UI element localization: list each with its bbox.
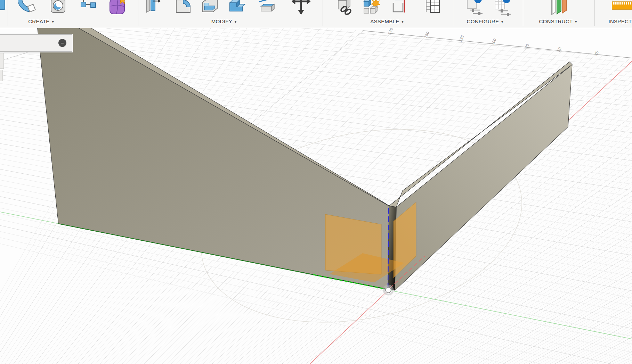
toolbar-divider	[594, 0, 595, 26]
sweep-icon[interactable]	[18, 0, 37, 16]
origin-point[interactable]	[384, 286, 393, 295]
x-axis-line-near[interactable]	[310, 290, 388, 364]
toolbar-group-inspect[interactable]: INSPECT	[608, 18, 632, 24]
parameters-icon[interactable]	[423, 0, 441, 16]
grid-ruler-label: 100	[491, 38, 497, 46]
offset-face-icon[interactable]	[258, 0, 276, 16]
grid-line	[516, 21, 632, 364]
edge-partial-icon[interactable]	[0, 0, 10, 16]
section-icon[interactable]	[390, 0, 409, 16]
toolbar-group-modify[interactable]: MODIFY▼	[211, 18, 237, 24]
combine-icon[interactable]	[227, 0, 246, 16]
grid-line	[593, 21, 632, 364]
viewport-3d[interactable]: 175150125100755025	[0, 0, 632, 364]
browser-panel-edge	[0, 53, 4, 69]
configuration-icon[interactable]	[465, 0, 485, 16]
chevron-down-icon: ▼	[401, 20, 404, 24]
toolbar-divider	[523, 0, 523, 26]
toolbar-divider	[453, 0, 453, 26]
construction-plane-icon[interactable]	[550, 0, 568, 16]
coil-icon[interactable]	[49, 0, 67, 16]
toolbar: CREATE▼ MODIFY▼ ASSEMBLE▼ CONFIGURE▼ CON…	[0, 0, 632, 28]
move-icon[interactable]	[292, 0, 310, 16]
toolbar-divider	[323, 0, 323, 26]
chevron-down-icon: ▼	[234, 20, 237, 24]
configuration-table-icon[interactable]	[493, 0, 512, 16]
press-pull-icon[interactable]	[143, 0, 161, 16]
joint-icon[interactable]	[335, 0, 354, 16]
toolbar-group-configure[interactable]: CONFIGURE▼	[467, 18, 504, 24]
toolbar-divider	[138, 0, 138, 26]
grid-ruler-label: 125	[458, 34, 465, 42]
grid-ruler-label: 175	[387, 27, 394, 35]
grid-line	[567, 21, 632, 364]
shell-icon[interactable]	[200, 0, 219, 16]
pipe-icon[interactable]	[78, 0, 97, 16]
chevron-down-icon: ▼	[574, 20, 577, 24]
collapsed-dialog: −	[0, 34, 72, 52]
chevron-down-icon: ▼	[51, 20, 55, 24]
grid-ruler-labels: 175150125100755025	[387, 27, 599, 56]
measure-icon[interactable]	[612, 0, 632, 16]
grid-line	[603, 21, 632, 364]
browser-panel-edge	[0, 70, 3, 81]
fillet-icon[interactable]	[173, 0, 192, 16]
chevron-down-icon: ▼	[501, 20, 504, 24]
new-component-icon[interactable]	[362, 0, 381, 16]
toolbar-group-create[interactable]: CREATE▼	[28, 18, 55, 24]
toolbar-group-assemble[interactable]: ASSEMBLE▼	[370, 18, 404, 24]
dialog-collapse-button[interactable]: −	[58, 39, 66, 47]
toolbar-group-construct[interactable]: CONSTRUCT▼	[539, 18, 577, 24]
grid-ruler-label: 150	[423, 31, 430, 39]
grid-ruler-label: 25	[594, 50, 599, 56]
form-icon[interactable]	[108, 0, 128, 16]
